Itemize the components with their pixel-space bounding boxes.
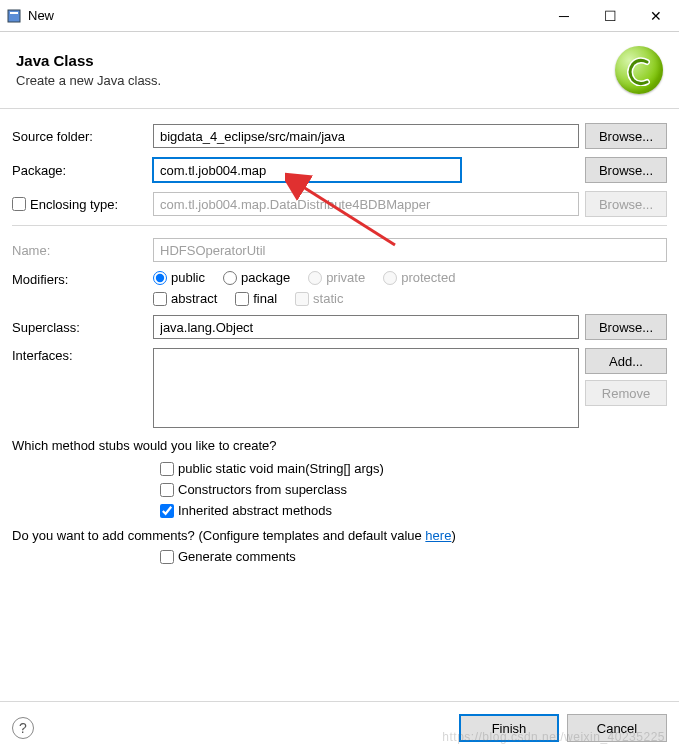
package-label: Package:: [12, 163, 147, 178]
watermark: https://blog.csdn.net/weixin_40235225: [442, 730, 665, 744]
window-controls: ─ ☐ ✕: [541, 0, 679, 32]
method-stubs-question: Which method stubs would you like to cre…: [12, 438, 667, 453]
comments-question: Do you want to add comments? (Configure …: [12, 528, 667, 543]
interfaces-label: Interfaces:: [12, 348, 147, 363]
source-folder-label: Source folder:: [12, 129, 147, 144]
close-button[interactable]: ✕: [633, 0, 679, 32]
interfaces-add-button[interactable]: Add...: [585, 348, 667, 374]
svg-rect-0: [8, 10, 20, 22]
comments-here-link[interactable]: here: [425, 528, 451, 543]
wizard-header: Java Class Create a new Java class.: [0, 32, 679, 109]
stub-main[interactable]: public static void main(String[] args): [160, 461, 667, 476]
modifier-protected: protected: [383, 270, 455, 285]
name-label: Name:: [12, 243, 147, 258]
interfaces-remove-button: Remove: [585, 380, 667, 406]
name-input: [153, 238, 667, 262]
dialog-footer: ? Finish Cancel: [0, 701, 679, 754]
stub-constructors[interactable]: Constructors from superclass: [160, 482, 667, 497]
source-folder-input[interactable]: [153, 124, 579, 148]
modifier-final[interactable]: final: [235, 291, 277, 306]
superclass-label: Superclass:: [12, 320, 147, 335]
window-title: New: [28, 8, 541, 23]
source-folder-browse-button[interactable]: Browse...: [585, 123, 667, 149]
svg-rect-1: [10, 12, 18, 14]
superclass-browse-button[interactable]: Browse...: [585, 314, 667, 340]
package-input[interactable]: [153, 158, 461, 182]
help-icon[interactable]: ?: [12, 717, 34, 739]
modifiers-label: Modifiers:: [12, 270, 147, 287]
form-body: Source folder: Browse... Package: Browse…: [0, 109, 679, 574]
modifier-public[interactable]: public: [153, 270, 205, 285]
enclosing-type-input: [153, 192, 579, 216]
page-title: Java Class: [16, 52, 615, 69]
modifier-private: private: [308, 270, 365, 285]
package-browse-button[interactable]: Browse...: [585, 157, 667, 183]
titlebar: New ─ ☐ ✕: [0, 0, 679, 32]
enclosing-type-checkbox[interactable]: [12, 197, 26, 211]
modifier-static: static: [295, 291, 343, 306]
stub-inherited[interactable]: Inherited abstract methods: [160, 503, 667, 518]
minimize-button[interactable]: ─: [541, 0, 587, 32]
maximize-button[interactable]: ☐: [587, 0, 633, 32]
class-icon: [615, 46, 663, 94]
modifier-package[interactable]: package: [223, 270, 290, 285]
page-description: Create a new Java class.: [16, 73, 615, 88]
window-icon: [6, 8, 22, 24]
enclosing-type-browse-button: Browse...: [585, 191, 667, 217]
modifier-abstract[interactable]: abstract: [153, 291, 217, 306]
generate-comments[interactable]: Generate comments: [160, 549, 667, 564]
superclass-input[interactable]: [153, 315, 579, 339]
enclosing-type-label[interactable]: Enclosing type:: [12, 197, 147, 212]
interfaces-list[interactable]: [153, 348, 579, 428]
